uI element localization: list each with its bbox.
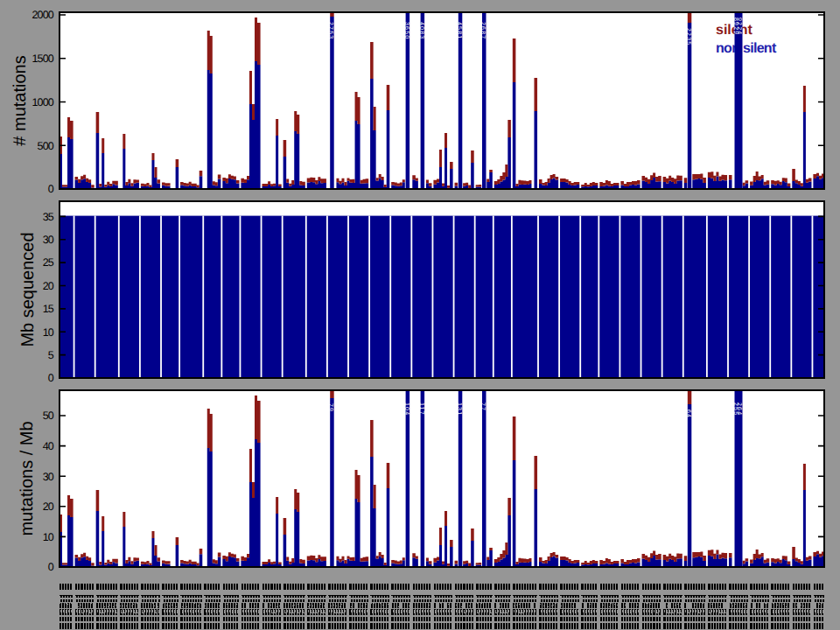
svg-text:0: 0 [48,183,54,195]
svg-text:0: 0 [48,372,54,384]
svg-text:30: 30 [43,471,54,483]
svg-text:2687: 2687 [480,22,486,39]
svg-text:1500: 1500 [32,52,53,65]
svg-text:mutations / Mb: mutations / Mb [18,421,37,536]
svg-text:1000: 1000 [32,96,53,108]
svg-text:500: 500 [38,140,54,152]
svg-text:30: 30 [43,234,54,246]
svg-text:9224: 9224 [736,18,742,35]
svg-text:77: 77 [480,402,486,411]
svg-text:2235: 2235 [685,28,691,46]
svg-text:non silent: non silent [716,41,777,56]
svg-text:Mb sequenced: Mb sequenced [18,232,38,346]
svg-text:20: 20 [43,500,54,513]
svg-text:5: 5 [48,349,54,361]
svg-text:2753: 2753 [327,22,333,39]
svg-text:40: 40 [43,440,54,452]
svg-text:4581: 4581 [456,22,462,39]
svg-text:2000: 2000 [32,9,53,21]
svg-text:20: 20 [43,280,54,292]
svg-text:25: 25 [43,256,54,269]
svg-text:131: 131 [456,402,462,416]
svg-text:15: 15 [43,303,54,315]
svg-text:# mutations: # mutations [10,55,30,145]
svg-text:117: 117 [418,402,424,416]
svg-text:64: 64 [685,410,691,418]
svg-text:104: 104 [403,402,410,416]
svg-text:50: 50 [43,410,54,422]
svg-text:35: 35 [43,211,54,223]
svg-text:10: 10 [43,326,54,339]
svg-text:0: 0 [48,561,54,573]
svg-text:10: 10 [43,531,54,543]
svg-text:4083: 4083 [418,22,424,39]
svg-text:264: 264 [736,402,742,416]
svg-text:79: 79 [327,403,333,412]
svg-text:3650: 3650 [403,22,410,39]
